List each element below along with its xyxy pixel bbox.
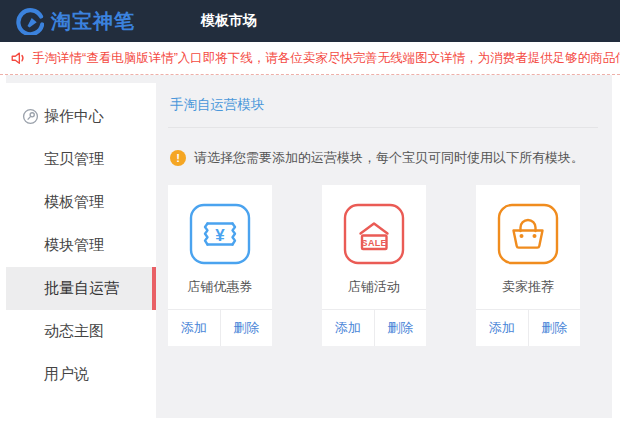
card-shop-activity: SALE 店铺活动 添加 删除 — [322, 185, 426, 346]
add-button[interactable]: 添加 — [322, 310, 375, 346]
operation-center-icon — [22, 108, 39, 125]
main-content: 手淘自运营模块 ! 请选择您需要添加的运营模块，每个宝贝可同时使用以下所有模块。 — [156, 75, 612, 418]
top-header-bar: 淘宝神笔 模板市场 — [0, 0, 620, 42]
sale-text: SALE — [362, 238, 387, 248]
card-label: 店铺优惠券 — [168, 278, 272, 296]
sidebar-item-item-management[interactable]: 宝贝管理 — [6, 138, 156, 181]
coupon-yuan-symbol: ¥ — [215, 226, 225, 245]
announcement-bar: 手淘详情“查看电脑版详情”入口即将下线，请各位卖家尽快完善无线端图文详情，为消费… — [0, 42, 620, 75]
announcement-text: 手淘详情“查看电脑版详情”入口即将下线，请各位卖家尽快完善无线端图文详情，为消费… — [32, 50, 620, 67]
pen-circle-icon — [16, 7, 44, 35]
card-seller-recommendation: 卖家推荐 添加 删除 — [476, 185, 580, 346]
sale-sign-icon: SALE — [343, 203, 405, 265]
sidebar-item-module-management[interactable]: 模块管理 — [6, 224, 156, 267]
card-footer: 添加 删除 — [168, 309, 272, 346]
delete-button[interactable]: 删除 — [221, 310, 273, 346]
module-cards: ¥ 店铺优惠券 添加 删除 — [168, 185, 598, 346]
exclamation-circle-icon: ! — [170, 150, 186, 166]
section-title: 手淘自运营模块 — [168, 75, 598, 128]
card-label: 卖家推荐 — [476, 278, 580, 296]
card-label: 店铺活动 — [322, 278, 426, 296]
sidebar-item-label: 操作中心 — [44, 107, 104, 126]
add-button[interactable]: 添加 — [476, 310, 529, 346]
shopping-basket-icon — [497, 203, 559, 265]
sidebar-menu: 操作中心 宝贝管理 模板管理 模块管理 批量自运营 动态主图 用户说 — [6, 83, 156, 418]
sidebar-item-dynamic-main-image[interactable]: 动态主图 — [6, 310, 156, 353]
app-window: 淘宝神笔 模板市场 手淘详情“查看电脑版详情”入口即将下线，请各位卖家尽快完善无… — [0, 0, 620, 435]
card-shop-coupon: ¥ 店铺优惠券 添加 删除 — [168, 185, 272, 346]
delete-button[interactable]: 删除 — [529, 310, 581, 346]
nav-template-market[interactable]: 模板市场 — [201, 12, 257, 30]
content-wrapper: 操作中心 宝贝管理 模板管理 模块管理 批量自运营 动态主图 用户说 手淘自运 — [6, 75, 612, 418]
app-logo[interactable]: 淘宝神笔 — [16, 7, 135, 35]
sidebar-item-label: 模块管理 — [44, 236, 104, 255]
sidebar-item-user-reviews[interactable]: 用户说 — [6, 353, 156, 396]
notice-row: ! 请选择您需要添加的运营模块，每个宝贝可同时使用以下所有模块。 — [168, 149, 598, 167]
basket-dot — [520, 234, 524, 238]
sidebar-item-operation-center[interactable]: 操作中心 — [6, 95, 156, 138]
add-button[interactable]: 添加 — [168, 310, 221, 346]
sidebar-item-batch-self-operation[interactable]: 批量自运营 — [6, 267, 156, 310]
coupon-icon: ¥ — [189, 203, 251, 265]
logo-text: 淘宝神笔 — [51, 8, 135, 35]
sidebar-item-label: 用户说 — [44, 365, 89, 384]
delete-button[interactable]: 删除 — [375, 310, 427, 346]
card-footer: 添加 删除 — [476, 309, 580, 346]
megaphone-icon — [10, 50, 26, 66]
notice-text: 请选择您需要添加的运营模块，每个宝贝可同时使用以下所有模块。 — [194, 149, 584, 167]
sidebar-item-label: 批量自运营 — [44, 279, 119, 298]
sidebar-item-template-management[interactable]: 模板管理 — [6, 181, 156, 224]
sidebar-item-label: 动态主图 — [44, 322, 104, 341]
card-footer: 添加 删除 — [322, 309, 426, 346]
sidebar-item-label: 模板管理 — [44, 193, 104, 212]
basket-dot — [533, 234, 537, 238]
sidebar-item-label: 宝贝管理 — [44, 150, 104, 169]
